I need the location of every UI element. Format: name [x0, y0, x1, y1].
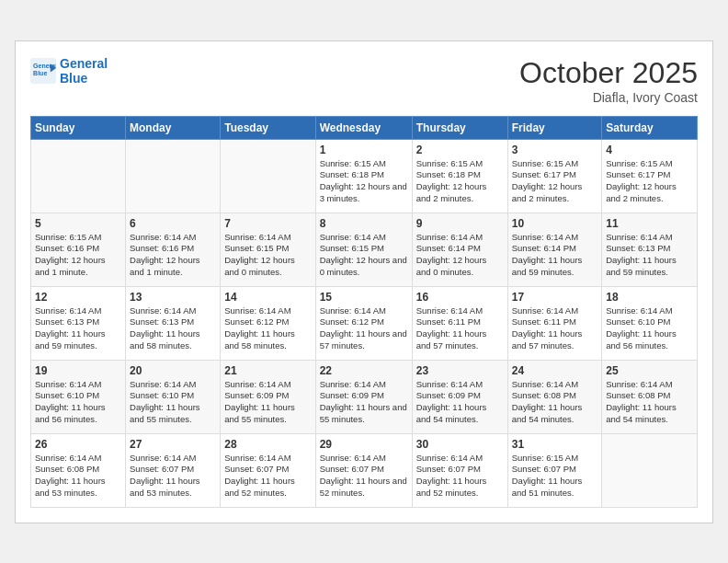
day-number: 4	[606, 144, 693, 156]
day-info: Sunrise: 6:14 AM Sunset: 6:13 PM Dayligh…	[130, 305, 216, 352]
calendar-cell: 11Sunrise: 6:14 AM Sunset: 6:13 PM Dayli…	[602, 213, 698, 286]
calendar-cell: 25Sunrise: 6:14 AM Sunset: 6:08 PM Dayli…	[602, 360, 698, 433]
day-info: Sunrise: 6:14 AM Sunset: 6:11 PM Dayligh…	[512, 305, 597, 352]
logo-icon: General Blue	[30, 58, 56, 84]
day-info: Sunrise: 6:14 AM Sunset: 6:12 PM Dayligh…	[320, 305, 408, 352]
day-info: Sunrise: 6:14 AM Sunset: 6:11 PM Dayligh…	[416, 305, 504, 352]
logo-text: General Blue	[60, 56, 108, 87]
day-info: Sunrise: 6:14 AM Sunset: 6:16 PM Dayligh…	[130, 232, 216, 279]
calendar-cell: 26Sunrise: 6:14 AM Sunset: 6:08 PM Dayli…	[31, 433, 126, 507]
calendar-cell: 17Sunrise: 6:14 AM Sunset: 6:11 PM Dayli…	[507, 286, 601, 360]
calendar-cell: 16Sunrise: 6:14 AM Sunset: 6:11 PM Dayli…	[412, 286, 507, 360]
day-number: 7	[224, 217, 311, 230]
calendar-cell: 29Sunrise: 6:14 AM Sunset: 6:07 PM Dayli…	[315, 433, 412, 507]
logo: General Blue General Blue	[30, 56, 108, 87]
day-info: Sunrise: 6:14 AM Sunset: 6:14 PM Dayligh…	[512, 232, 597, 279]
day-number: 10	[512, 217, 597, 230]
calendar-cell: 21Sunrise: 6:14 AM Sunset: 6:09 PM Dayli…	[221, 360, 315, 433]
day-info: Sunrise: 6:14 AM Sunset: 6:15 PM Dayligh…	[224, 232, 311, 279]
day-number: 31	[512, 438, 597, 451]
day-number: 1	[320, 144, 408, 156]
calendar-cell: 3Sunrise: 6:15 AM Sunset: 6:17 PM Daylig…	[507, 139, 601, 213]
day-info: Sunrise: 6:15 AM Sunset: 6:07 PM Dayligh…	[512, 453, 597, 500]
day-number: 29	[320, 438, 408, 451]
calendar-table: SundayMondayTuesdayWednesdayThursdayFrid…	[30, 116, 698, 508]
day-number: 14	[224, 291, 311, 304]
day-number: 8	[320, 217, 408, 230]
day-info: Sunrise: 6:15 AM Sunset: 6:18 PM Dayligh…	[320, 158, 408, 205]
day-info: Sunrise: 6:15 AM Sunset: 6:16 PM Dayligh…	[35, 232, 121, 279]
day-info: Sunrise: 6:14 AM Sunset: 6:13 PM Dayligh…	[606, 232, 693, 279]
day-info: Sunrise: 6:14 AM Sunset: 6:09 PM Dayligh…	[224, 379, 311, 426]
day-number: 3	[512, 144, 597, 156]
day-info: Sunrise: 6:14 AM Sunset: 6:10 PM Dayligh…	[35, 379, 121, 426]
day-info: Sunrise: 6:14 AM Sunset: 6:08 PM Dayligh…	[606, 379, 693, 426]
calendar-cell: 13Sunrise: 6:14 AM Sunset: 6:13 PM Dayli…	[126, 286, 221, 360]
calendar-cell	[602, 433, 698, 507]
day-info: Sunrise: 6:14 AM Sunset: 6:07 PM Dayligh…	[224, 453, 311, 500]
day-number: 28	[224, 438, 311, 451]
day-number: 18	[606, 291, 693, 304]
day-info: Sunrise: 6:14 AM Sunset: 6:09 PM Dayligh…	[320, 379, 408, 426]
calendar-header: General Blue General Blue October 2025 D…	[30, 56, 698, 105]
calendar-container: General Blue General Blue October 2025 D…	[15, 40, 713, 523]
day-number: 12	[35, 291, 121, 304]
logo-line2: Blue	[60, 71, 87, 86]
day-number: 19	[35, 364, 121, 377]
day-info: Sunrise: 6:14 AM Sunset: 6:08 PM Dayligh…	[35, 453, 121, 500]
calendar-cell: 24Sunrise: 6:14 AM Sunset: 6:08 PM Dayli…	[507, 360, 601, 433]
location-subtitle: Diafla, Ivory Coast	[519, 90, 698, 105]
calendar-cell: 2Sunrise: 6:15 AM Sunset: 6:18 PM Daylig…	[412, 139, 507, 213]
day-info: Sunrise: 6:14 AM Sunset: 6:07 PM Dayligh…	[130, 453, 216, 500]
month-title: October 2025	[519, 56, 698, 90]
day-number: 16	[416, 291, 504, 304]
calendar-week-5: 26Sunrise: 6:14 AM Sunset: 6:08 PM Dayli…	[31, 433, 698, 507]
day-info: Sunrise: 6:14 AM Sunset: 6:12 PM Dayligh…	[224, 305, 311, 352]
day-info: Sunrise: 6:15 AM Sunset: 6:17 PM Dayligh…	[606, 158, 693, 205]
calendar-cell: 22Sunrise: 6:14 AM Sunset: 6:09 PM Dayli…	[315, 360, 412, 433]
calendar-cell: 7Sunrise: 6:14 AM Sunset: 6:15 PM Daylig…	[221, 213, 315, 286]
calendar-cell	[31, 139, 126, 213]
title-section: October 2025 Diafla, Ivory Coast	[519, 56, 698, 105]
calendar-cell	[126, 139, 221, 213]
calendar-cell: 30Sunrise: 6:14 AM Sunset: 6:07 PM Dayli…	[412, 433, 507, 507]
day-info: Sunrise: 6:14 AM Sunset: 6:08 PM Dayligh…	[512, 379, 597, 426]
day-info: Sunrise: 6:14 AM Sunset: 6:09 PM Dayligh…	[416, 379, 504, 426]
weekday-header-wednesday: Wednesday	[315, 116, 412, 139]
calendar-week-4: 19Sunrise: 6:14 AM Sunset: 6:10 PM Dayli…	[31, 360, 698, 433]
day-number: 9	[416, 217, 504, 230]
calendar-header-row: SundayMondayTuesdayWednesdayThursdayFrid…	[31, 116, 698, 139]
day-number: 15	[320, 291, 408, 304]
calendar-cell: 12Sunrise: 6:14 AM Sunset: 6:13 PM Dayli…	[31, 286, 126, 360]
logo-line1: General	[60, 56, 108, 71]
day-number: 2	[416, 144, 504, 156]
calendar-cell: 20Sunrise: 6:14 AM Sunset: 6:10 PM Dayli…	[126, 360, 221, 433]
calendar-cell: 8Sunrise: 6:14 AM Sunset: 6:15 PM Daylig…	[315, 213, 412, 286]
day-info: Sunrise: 6:14 AM Sunset: 6:07 PM Dayligh…	[320, 453, 408, 500]
day-number: 21	[224, 364, 311, 377]
day-info: Sunrise: 6:15 AM Sunset: 6:18 PM Dayligh…	[416, 158, 504, 205]
svg-text:Blue: Blue	[33, 71, 47, 77]
calendar-cell: 1Sunrise: 6:15 AM Sunset: 6:18 PM Daylig…	[315, 139, 412, 213]
calendar-week-1: 1Sunrise: 6:15 AM Sunset: 6:18 PM Daylig…	[31, 139, 698, 213]
day-number: 11	[606, 217, 693, 230]
day-info: Sunrise: 6:14 AM Sunset: 6:10 PM Dayligh…	[130, 379, 216, 426]
day-number: 25	[606, 364, 693, 377]
calendar-cell: 14Sunrise: 6:14 AM Sunset: 6:12 PM Dayli…	[221, 286, 315, 360]
calendar-week-3: 12Sunrise: 6:14 AM Sunset: 6:13 PM Dayli…	[31, 286, 698, 360]
calendar-cell: 19Sunrise: 6:14 AM Sunset: 6:10 PM Dayli…	[31, 360, 126, 433]
calendar-cell: 5Sunrise: 6:15 AM Sunset: 6:16 PM Daylig…	[31, 213, 126, 286]
calendar-cell: 31Sunrise: 6:15 AM Sunset: 6:07 PM Dayli…	[507, 433, 601, 507]
calendar-cell: 6Sunrise: 6:14 AM Sunset: 6:16 PM Daylig…	[126, 213, 221, 286]
day-number: 13	[130, 291, 216, 304]
calendar-cell: 9Sunrise: 6:14 AM Sunset: 6:14 PM Daylig…	[412, 213, 507, 286]
day-number: 27	[130, 438, 216, 451]
weekday-header-monday: Monday	[126, 116, 221, 139]
day-number: 23	[416, 364, 504, 377]
calendar-cell: 28Sunrise: 6:14 AM Sunset: 6:07 PM Dayli…	[221, 433, 315, 507]
weekday-header-friday: Friday	[507, 116, 601, 139]
day-number: 26	[35, 438, 121, 451]
day-info: Sunrise: 6:15 AM Sunset: 6:17 PM Dayligh…	[512, 158, 597, 205]
day-info: Sunrise: 6:14 AM Sunset: 6:15 PM Dayligh…	[320, 232, 408, 279]
day-info: Sunrise: 6:14 AM Sunset: 6:07 PM Dayligh…	[416, 453, 504, 500]
